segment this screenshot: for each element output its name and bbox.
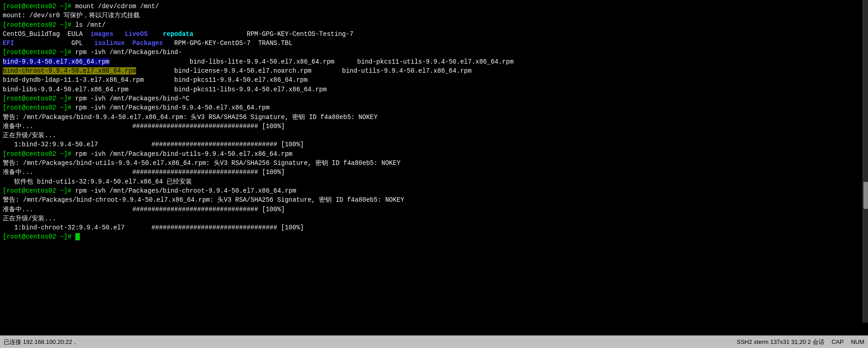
terminal-line: 软件包 bind-utils-32:9.9.4-50.el7.x86_64 已经…: [3, 177, 865, 186]
autocomplete-item: bind-chroot-9.9.4-50.el7.x86_64.rpm: [3, 67, 136, 75]
autocomplete-item: bind-license-9.9.4-50.el7.noarch.rpm bin…: [136, 67, 471, 75]
terminal-line: [root@centos02 ~]# ls /mnt/: [3, 20, 865, 30]
scrollbar[interactable]: [863, 0, 868, 323]
terminal-line: bind-libs-9.9.4-50.el7.x86_64.rpm bind-p…: [3, 85, 865, 94]
command: rpm -ivh /mnt/Packages/bind-^C: [75, 95, 190, 102]
command: ls /mnt/: [75, 21, 106, 29]
statusbar: 已连接 192.168.100.20:22， SSH2 xterm 137x31…: [0, 335, 868, 348]
terminal-line: 1:bind-32:9.9.4-50.el7 #################…: [3, 140, 865, 149]
terminal-line: 准备中... #################################…: [3, 168, 865, 177]
prompt: [root@centos02 ~]#: [3, 49, 75, 56]
terminal-line: 正在升级/安装...: [3, 214, 865, 223]
prompt: [root@centos02 ~]#: [3, 95, 75, 102]
status-left: 已连接 192.168.100.20:22，: [4, 338, 78, 346]
terminal-line: [root@centos02 ~]# rpm -ivh /mnt/Package…: [3, 103, 865, 112]
ls-dir: LiveOS: [125, 30, 147, 38]
command: rpm -ivh /mnt/Packages/bind-chroot-9.9.4…: [75, 187, 296, 194]
terminal-line: [root@centos02 ~]# rpm -ivh /mnt/Package…: [3, 149, 865, 159]
prompt: [root@centos02 ~]#: [3, 150, 75, 158]
scrollbar-thumb[interactable]: [863, 182, 868, 209]
connection-status: 已连接 192.168.100.20:22，: [4, 338, 78, 346]
terminal-line: [root@centos02 ~]# rpm -ivh /mnt/Package…: [3, 48, 865, 57]
ls-item: RPM-GPG-KEY-CentOS-7 TRANS.TBL: [163, 40, 293, 47]
command: rpm -ivh /mnt/Packages/bind-utils-9.9.4-…: [75, 150, 293, 158]
terminal-line: 1:bind-chroot-32:9.9.4-50.el7 ##########…: [3, 223, 865, 232]
prompt: [root@centos02 ~]#: [3, 233, 75, 240]
terminal-line: [root@centos02 ~]# rpm -ivh /mnt/Package…: [3, 94, 865, 103]
ls-dir: isolinux: [94, 40, 125, 47]
prompt: [root@centos02 ~]#: [3, 3, 75, 10]
ls-dir: Packages: [132, 40, 163, 47]
terminal-line: 警告: /mnt/Packages/bind-utils-9.9.4-50.el…: [3, 159, 865, 168]
terminal-line: bind-dyndb-ldap-11.1-3.el7.x86_64.rpm bi…: [3, 75, 865, 85]
command: rpm -ivh /mnt/Packages/bind-: [75, 49, 182, 56]
autocomplete-item: bind-libs-lite-9.9.4-50.el7.x86_64.rpm b…: [109, 58, 514, 65]
terminal-line: 警告: /mnt/Packages/bind-9.9.4-50.el7.x86_…: [3, 113, 865, 122]
terminal-line: bind-chroot-9.9.4-50.el7.x86_64.rpm bind…: [3, 66, 865, 75]
ls-dir: images: [90, 30, 113, 38]
ls-dir: EFI: [3, 40, 14, 47]
num-indicator: NUM: [851, 338, 864, 345]
terminal-line: CentOS_BuildTag EULA images LiveOS repod…: [3, 30, 865, 39]
ls-item: [125, 40, 132, 47]
terminal-line: bind-9.9.4-50.el7.x86_64.rpm bind-libs-l…: [3, 57, 865, 66]
terminal[interactable]: [root@centos02 ~]# mount /dev/cdrom /mnt…: [0, 0, 868, 244]
terminal-line: [root@centos02 ~]#: [3, 232, 865, 241]
command: rpm -ivh /mnt/Packages/bind-9.9.4-50.el7…: [75, 104, 270, 111]
ssh-info: SSH2 xterm 137x31 31,20 2 会话: [737, 338, 824, 346]
ls-item: GPL: [14, 40, 94, 47]
cap-indicator: CAP: [832, 338, 844, 345]
prompt: [root@centos02 ~]#: [3, 187, 75, 194]
cursor: [75, 233, 80, 240]
terminal-line: [root@centos02 ~]# rpm -ivh /mnt/Package…: [3, 186, 865, 195]
autocomplete-item: bind-9.9.4-50.el7.x86_64.rpm: [3, 58, 109, 65]
ls-item: RPM-GPG-KEY-CentOS-Testing-7: [193, 30, 353, 38]
terminal-wrapper: [root@centos02 ~]# mount /dev/cdrom /mnt…: [0, 0, 868, 335]
terminal-line: 准备中... #################################…: [3, 205, 865, 214]
prompt: [root@centos02 ~]#: [3, 104, 75, 111]
ls-dir: repodata: [147, 30, 193, 38]
terminal-line: 正在升级/安装...: [3, 131, 865, 140]
terminal-line: [root@centos02 ~]# mount /dev/cdrom /mnt…: [3, 2, 865, 11]
command: mount /dev/cdrom /mnt/: [75, 3, 159, 10]
terminal-line: EFI GPL isolinux Packages RPM-GPG-KEY-Ce…: [3, 39, 865, 48]
status-right: SSH2 xterm 137x31 31,20 2 会话 CAP NUM: [737, 338, 864, 346]
terminal-line: 警告: /mnt/Packages/bind-chroot-9.9.4-50.e…: [3, 195, 865, 204]
ls-item: CentOS_BuildTag EULA: [3, 30, 90, 38]
prompt: [root@centos02 ~]#: [3, 21, 75, 29]
terminal-line: mount: /dev/sr0 写保护，将以只读方式挂载: [3, 11, 865, 20]
terminal-line: 准备中... #################################…: [3, 122, 865, 131]
ls-item: [113, 30, 125, 38]
